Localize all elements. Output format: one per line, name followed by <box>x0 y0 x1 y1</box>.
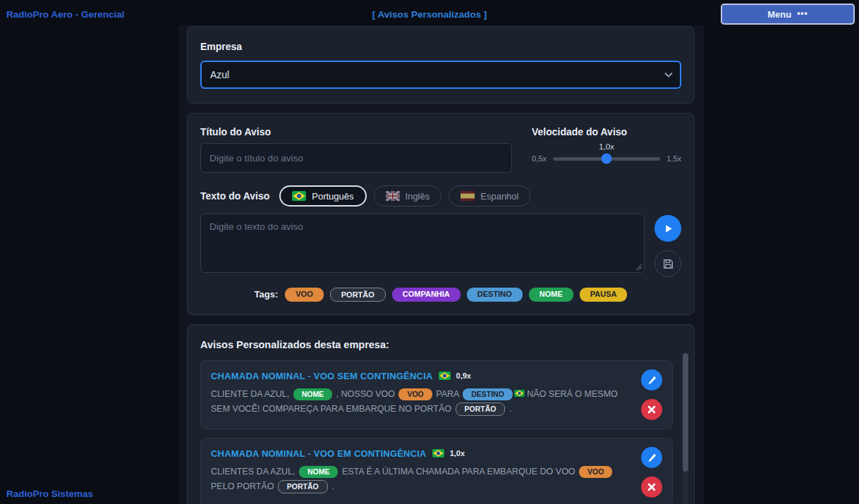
titulo-column: Título do Aviso <box>200 126 512 173</box>
language-buttons: PortuguêsInglêsEspanhol <box>279 185 530 207</box>
delete-button[interactable] <box>641 477 662 498</box>
tags-label: Tags: <box>255 289 279 300</box>
close-icon <box>647 483 656 491</box>
tags-row: Tags: VOOPORTÃOCOMPANHIADESTINONOMEPAUSA <box>200 287 681 302</box>
empresa-select-wrap: Azul <box>200 61 681 89</box>
empresa-panel: Empresa Azul <box>187 26 695 104</box>
speed-slider-thumb[interactable] <box>602 154 612 164</box>
texto-textarea[interactable] <box>200 214 645 273</box>
aviso-title-row: CHAMADA NOMINAL - VOO EM CONTINGÊNCIA 1,… <box>211 447 633 460</box>
language-label: Português <box>312 191 353 202</box>
inline-tag-PORTÃO: PORTÃO <box>456 402 506 416</box>
empresa-select[interactable]: Azul <box>200 61 681 89</box>
uk-flag-icon <box>386 191 400 201</box>
titulo-input[interactable] <box>200 143 512 173</box>
tag-COMPANHIA[interactable]: COMPANHIA <box>392 288 461 302</box>
aviso-content: CHAMADA NOMINAL - VOO SEM CONTINGÊNCIA 0… <box>211 369 633 420</box>
page-title: [ Avisos Personalizados ] <box>372 9 487 20</box>
inline-tag-PORTÃO: PORTÃO <box>278 480 328 493</box>
menu-button[interactable]: Menu ••• <box>721 4 855 25</box>
app-brand: RadioPro Aero - Gerencial <box>6 9 125 20</box>
language-button-espanhol[interactable]: Espanhol <box>449 185 530 207</box>
close-icon <box>647 405 656 414</box>
language-label: Inglês <box>406 191 430 202</box>
tag-PORTÃO[interactable]: PORTÃO <box>330 288 386 302</box>
aviso-title: CHAMADA NOMINAL - VOO SEM CONTINGÊNCIA <box>211 371 433 381</box>
texto-label: Texto do Aviso <box>200 190 269 202</box>
edit-button[interactable] <box>641 369 662 391</box>
edit-button[interactable] <box>641 447 662 468</box>
menu-dots-icon: ••• <box>797 8 808 18</box>
aviso-title-row: CHAMADA NOMINAL - VOO SEM CONTINGÊNCIA 0… <box>211 369 633 382</box>
aviso-content: CHAMADA NOMINAL - VOO EM CONTINGÊNCIA 1,… <box>211 447 633 498</box>
resize-grip-icon[interactable] <box>635 264 642 271</box>
aviso-actions <box>641 447 662 498</box>
textarea-wrap <box>200 214 645 273</box>
tag-VOO[interactable]: VOO <box>285 288 323 302</box>
avisos-panel: Avisos Personalizados desta empresa: CHA… <box>187 324 695 504</box>
header: RadioPro Aero - Gerencial [ Avisos Perso… <box>0 0 859 28</box>
spain-flag-icon <box>461 191 475 201</box>
scrollbar-thumb[interactable] <box>683 353 688 472</box>
aviso-body: CLIENTE DA AZUL, NOME , NOSSO VOO VOO PA… <box>211 387 633 417</box>
save-button[interactable] <box>654 250 681 277</box>
play-button[interactable] <box>654 215 681 242</box>
menu-button-label: Menu <box>767 9 791 20</box>
language-button-ingles[interactable]: Inglês <box>374 185 442 207</box>
tag-DESTINO[interactable]: DESTINO <box>467 288 523 302</box>
speed-min-label: 0,5x <box>532 154 547 163</box>
speed-current-value: 1,0x <box>532 142 681 151</box>
footer-brand: RadioPro Sistemas <box>6 488 93 499</box>
inline-tag-VOO: VOO <box>579 466 612 478</box>
texto-actions <box>654 214 681 277</box>
empresa-label: Empresa <box>200 41 681 52</box>
avisos-list: CHAMADA NOMINAL - VOO SEM CONTINGÊNCIA 0… <box>200 360 673 504</box>
velocidade-label: Velocidade do Aviso <box>532 126 681 137</box>
aviso-body: CLIENTES DA AZUL, NOME ESTA É A ÚLTIMA C… <box>211 465 633 494</box>
inline-tag-NOME: NOME <box>293 388 333 400</box>
brazil-flag-icon <box>292 191 306 201</box>
aviso-speed: 1,0x <box>450 449 465 457</box>
pencil-icon <box>647 453 657 462</box>
tags-list: VOOPORTÃOCOMPANHIADESTINONOMEPAUSA <box>285 288 627 302</box>
inline-tag-NOME: NOME <box>299 466 339 478</box>
titulo-label: Título do Aviso <box>200 126 512 137</box>
aviso-item: CHAMADA NOMINAL - VOO EM CONTINGÊNCIA 1,… <box>200 438 673 504</box>
language-label: Espanhol <box>480 191 518 202</box>
speed-slider[interactable] <box>553 157 660 161</box>
title-speed-row: Título do Aviso Velocidade do Aviso 1,0x… <box>200 126 681 173</box>
brazil-flag-icon <box>439 371 451 380</box>
pencil-icon <box>647 376 657 385</box>
main-content: Empresa Azul Título do Aviso Velocidade … <box>187 26 695 504</box>
play-icon <box>663 223 674 234</box>
delete-button[interactable] <box>641 399 662 420</box>
aviso-speed: 0,9x <box>456 371 471 380</box>
tag-NOME[interactable]: NOME <box>529 288 573 302</box>
texto-area-row <box>200 214 681 277</box>
aviso-title: CHAMADA NOMINAL - VOO EM CONTINGÊNCIA <box>211 448 427 459</box>
floppy-disk-icon <box>662 258 674 270</box>
inline-tag-VOO: VOO <box>398 388 432 400</box>
brazil-flag-icon <box>514 390 525 397</box>
velocidade-column: Velocidade do Aviso 1,0x 0,5x 1,5x <box>532 126 681 173</box>
avisos-heading: Avisos Personalizados desta empresa: <box>200 338 673 352</box>
speed-slider-row: 0,5x 1,5x <box>532 154 681 163</box>
language-button-portugues[interactable]: Português <box>279 185 366 207</box>
speed-max-label: 1,5x <box>666 154 681 163</box>
scrollbar-track[interactable] <box>683 353 688 504</box>
texto-label-row: Texto do Aviso PortuguêsInglêsEspanhol <box>200 185 681 207</box>
aviso-form-panel: Título do Aviso Velocidade do Aviso 1,0x… <box>187 113 695 315</box>
aviso-item: CHAMADA NOMINAL - VOO SEM CONTINGÊNCIA 0… <box>200 360 673 429</box>
tag-PAUSA[interactable]: PAUSA <box>580 288 628 302</box>
aviso-actions <box>641 369 662 420</box>
inline-tag-DESTINO: DESTINO <box>463 388 513 400</box>
brazil-flag-icon <box>432 449 444 457</box>
